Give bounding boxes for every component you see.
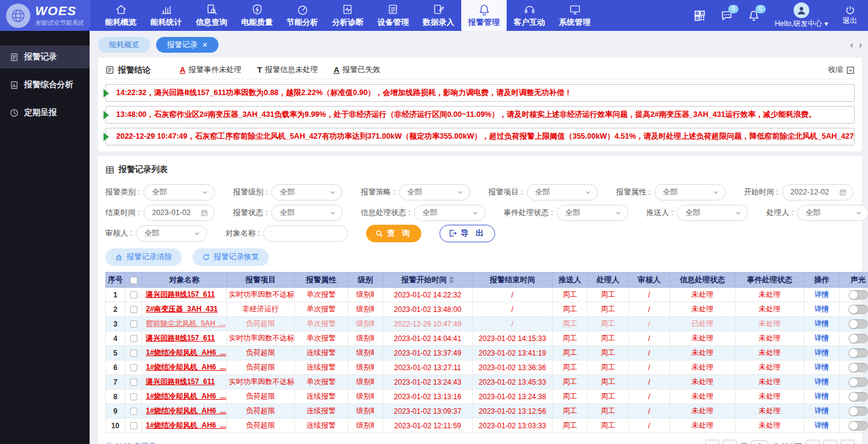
filter-date-开始时间[interactable]: 2022-12-02 xyxy=(782,184,853,200)
legend-item-0[interactable]: A报警事件未处理 xyxy=(180,65,242,75)
object-name-link[interactable]: 1#烧结冷却风机_AH6_... xyxy=(146,363,226,371)
object-name-link[interactable]: 潞兴回路Ⅱ线157_611 xyxy=(146,290,215,299)
refresh-button[interactable] xyxy=(841,440,855,444)
sound-light-toggle[interactable] xyxy=(849,363,868,373)
search-button[interactable]: 查 询 xyxy=(366,225,421,242)
filter-select-报警状态[interactable]: 全部 xyxy=(271,205,343,221)
object-name-link[interactable]: 潞兴回路Ⅱ线157_611 xyxy=(146,377,215,386)
row-select[interactable] xyxy=(125,331,142,346)
row-select[interactable] xyxy=(125,389,142,404)
filter-select-报警项目[interactable]: 全部 xyxy=(527,184,598,200)
sound-light-toggle[interactable] xyxy=(849,334,868,343)
filter-select-事件处理状态[interactable]: 全部 xyxy=(557,205,628,221)
sidebar-item-clock[interactable]: 定期呈报 xyxy=(0,101,90,124)
sound-light-toggle[interactable] xyxy=(849,406,868,416)
detail-link[interactable]: 详情 xyxy=(815,305,829,313)
row-checkbox[interactable] xyxy=(130,364,137,371)
row-select[interactable] xyxy=(125,302,142,317)
legend-item-1[interactable]: T报警信息未处理 xyxy=(257,65,318,75)
detail-link[interactable]: 详情 xyxy=(815,406,829,415)
nav-item-device[interactable]: 设备管理 xyxy=(370,0,416,31)
collapse-button[interactable]: 收缩 xyxy=(828,65,855,75)
nav-item-alarm-bell[interactable]: 报警管理 xyxy=(461,0,507,31)
detail-link[interactable]: 详情 xyxy=(815,319,829,328)
detail-link[interactable]: 详情 xyxy=(815,377,829,386)
filter-select-审核人[interactable]: 全部 xyxy=(136,225,207,242)
filter-select-报警级别[interactable]: 全部 xyxy=(271,184,343,200)
select-all-checkbox[interactable] xyxy=(130,277,137,284)
first-page-button[interactable]: ◀ xyxy=(705,440,719,444)
nav-item-headset[interactable]: 客户互动 xyxy=(507,0,552,31)
restore-records-button[interactable]: 报警记录恢复 xyxy=(192,248,269,266)
filter-select-报警属性[interactable]: 全部 xyxy=(654,184,726,200)
sound-light-toggle[interactable] xyxy=(849,319,868,329)
tabs-scroll-left-icon[interactable]: ‹ xyxy=(850,40,853,50)
tab-close-icon[interactable]: ✕ xyxy=(202,41,208,49)
nav-item-diagnosis[interactable]: 分析诊断 xyxy=(325,0,370,31)
nav-item-shield-bolt[interactable]: 电能质量 xyxy=(234,0,280,31)
detail-link[interactable]: 详情 xyxy=(815,392,829,400)
row-checkbox[interactable] xyxy=(130,408,137,415)
filter-select-报警类别[interactable]: 全部 xyxy=(143,184,215,200)
col-header-报警开始时间[interactable]: 报警开始时间 xyxy=(383,273,473,288)
detail-link[interactable]: 详情 xyxy=(815,334,829,342)
sound-light-toggle[interactable] xyxy=(849,290,868,300)
qr-code-icon[interactable] xyxy=(694,10,706,22)
object-name-link[interactable]: 窑前除尘北风机_5AH_... xyxy=(146,319,225,328)
nav-item-stats[interactable]: 能耗统计 xyxy=(143,0,189,31)
filter-select-信息处理状态[interactable]: 全部 xyxy=(414,205,485,221)
filter-date-结束时间[interactable]: 2023-01-02 xyxy=(143,205,215,221)
sound-light-toggle[interactable] xyxy=(849,305,868,314)
filter-select-报警策略[interactable]: 全部 xyxy=(399,184,470,200)
detail-link[interactable]: 详情 xyxy=(815,421,829,429)
row-select[interactable] xyxy=(125,346,142,360)
row-select[interactable] xyxy=(125,317,142,331)
tab-报警记录[interactable]: 报警记录✕ xyxy=(156,37,219,53)
sound-light-toggle[interactable] xyxy=(849,421,868,431)
object-name-link[interactable]: 1#烧结冷却风机_AH6_... xyxy=(146,392,226,400)
filter-text-对象名称[interactable] xyxy=(263,225,348,242)
object-name-link[interactable]: 2#南变压器_3AH_431 xyxy=(146,305,218,313)
detail-link[interactable]: 详情 xyxy=(815,290,829,299)
sound-light-toggle[interactable] xyxy=(849,348,868,358)
filter-select-处理人[interactable]: 全部 xyxy=(797,205,868,221)
row-checkbox[interactable] xyxy=(130,350,137,357)
row-select[interactable] xyxy=(125,288,142,302)
row-checkbox[interactable] xyxy=(130,306,137,313)
nav-item-home[interactable]: 能耗概览 xyxy=(98,0,143,31)
object-name-link[interactable]: 潞兴回路Ⅱ线157_611 xyxy=(146,334,215,342)
filter-select-推送人[interactable]: 全部 xyxy=(677,205,748,221)
row-checkbox[interactable] xyxy=(130,291,137,299)
sound-light-toggle[interactable] xyxy=(849,377,868,387)
sidebar-item-doc-chart[interactable]: 报警综合分析 xyxy=(0,73,90,96)
nav-item-data-entry[interactable]: 数据录入 xyxy=(416,0,461,31)
row-checkbox[interactable] xyxy=(130,393,137,400)
tabs-scroll-right-icon[interactable]: › xyxy=(859,40,862,50)
row-checkbox[interactable] xyxy=(130,335,137,342)
nav-item-info-search[interactable]: 信息查询 xyxy=(189,0,234,31)
object-name-link[interactable]: 1#烧结冷却风机_AH6_... xyxy=(146,348,226,357)
row-select[interactable] xyxy=(125,404,142,419)
row-checkbox[interactable] xyxy=(130,320,137,328)
logout-button[interactable]: 退出 xyxy=(843,5,857,26)
row-checkbox[interactable] xyxy=(130,379,137,386)
row-select[interactable] xyxy=(125,419,142,433)
user-menu[interactable]: Hello,研发中心 ▾ xyxy=(775,2,828,29)
row-select[interactable] xyxy=(125,375,142,389)
row-select[interactable] xyxy=(125,360,142,375)
sidebar-item-doc-lines[interactable]: 报警记录 xyxy=(0,45,90,68)
export-button[interactable]: 导 出 xyxy=(439,225,495,242)
object-name-link[interactable]: 1#烧结冷却风机_AH6_... xyxy=(146,421,226,429)
sort-icon[interactable] xyxy=(449,276,454,283)
legend-item-2[interactable]: A报警已失效 xyxy=(334,65,380,75)
row-checkbox[interactable] xyxy=(130,422,137,429)
select-all-header[interactable] xyxy=(125,273,142,288)
detail-link[interactable]: 详情 xyxy=(815,363,829,371)
prev-page-button[interactable]: ‹ xyxy=(723,440,737,444)
notifications-bell-icon[interactable]: 0 xyxy=(748,9,760,22)
messages-icon[interactable]: 0 xyxy=(720,9,733,22)
object-name-link[interactable]: 1#烧结冷却风机_AH6_... xyxy=(146,406,226,415)
clear-records-button[interactable]: 报警记录清除 xyxy=(105,248,182,266)
page-number-input[interactable] xyxy=(751,440,768,444)
last-page-button[interactable]: ▶ xyxy=(823,440,837,444)
